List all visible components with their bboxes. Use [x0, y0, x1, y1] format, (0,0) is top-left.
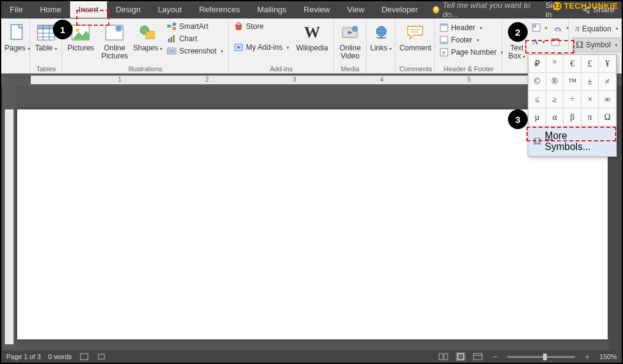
svg-rect-30 — [237, 46, 240, 49]
symbol-cell[interactable]: ≤ — [528, 90, 546, 108]
symbol-cell[interactable]: ≠ — [598, 73, 616, 90]
svg-rect-51 — [81, 354, 88, 360]
store-button[interactable]: Store — [232, 21, 290, 32]
shapes-label: Shapes — [133, 44, 163, 52]
status-words[interactable]: 0 words — [48, 353, 72, 360]
comment-button[interactable]: Comment — [399, 21, 431, 52]
my-addins-button[interactable]: My Add-ins — [232, 42, 290, 53]
tab-developer[interactable]: Developer — [373, 1, 426, 18]
web-layout-icon[interactable] — [473, 352, 483, 361]
footer-icon — [440, 36, 448, 44]
text-small-2[interactable] — [552, 22, 570, 33]
wikipedia-button[interactable]: W Wikipedia — [294, 21, 330, 52]
page-canvas[interactable] — [17, 109, 608, 339]
zoom-slider[interactable] — [507, 356, 575, 358]
group-media: Online Video Media — [334, 18, 367, 73]
symbol-cell[interactable]: ± — [581, 73, 599, 90]
tab-home[interactable]: Home — [31, 1, 70, 18]
wordart-icon: A — [532, 37, 538, 47]
links-label: Links — [370, 44, 392, 52]
print-layout-icon[interactable] — [456, 352, 466, 361]
pages-button[interactable]: Pages — [5, 21, 30, 52]
watermark-text: TECHJUNKIE — [564, 1, 618, 10]
symbol-cell[interactable]: ≥ — [546, 90, 564, 108]
date-time-button[interactable] — [550, 36, 561, 48]
svg-rect-25 — [170, 37, 172, 42]
group-comments: Comment Comments — [395, 18, 435, 73]
symbol-cell[interactable]: π — [581, 108, 599, 126]
chart-label: Chart — [179, 34, 197, 43]
svg-rect-19 — [167, 25, 170, 28]
omega-icon: Ω — [533, 136, 541, 147]
footer-button[interactable]: Footer — [438, 34, 504, 46]
symbol-cell[interactable]: ÷ — [563, 90, 581, 108]
online-video-button[interactable]: Online Video — [338, 21, 362, 60]
group-pages-label — [5, 71, 26, 73]
tab-insert[interactable]: Insert — [70, 1, 108, 18]
page-number-button[interactable]: # Page Number — [438, 47, 504, 58]
symbols-stack: π Equation Ω Symbol — [573, 21, 621, 52]
zoom-out-button[interactable]: − — [490, 352, 500, 361]
symbol-cell[interactable]: ¥ — [598, 55, 616, 73]
symbol-button[interactable]: Ω Symbol — [573, 38, 621, 52]
online-video-icon — [339, 22, 360, 43]
symbol-cell[interactable]: © — [528, 73, 546, 90]
group-links: Links — [367, 18, 395, 73]
links-button[interactable]: Links — [370, 21, 392, 52]
symbol-cell[interactable]: Ω — [598, 108, 616, 126]
svg-rect-20 — [173, 23, 176, 26]
wordart-button[interactable]: A — [531, 36, 546, 48]
tab-references[interactable]: References — [191, 1, 248, 18]
shapes-icon — [137, 22, 158, 43]
smartart-button[interactable]: SmartArt — [165, 21, 224, 32]
symbol-cell[interactable]: ™ — [563, 73, 581, 90]
symbol-cell[interactable]: € — [563, 55, 581, 73]
tab-mailings[interactable]: Mailings — [248, 1, 295, 18]
vertical-ruler[interactable] — [2, 86, 16, 350]
symbol-cell[interactable]: β — [563, 108, 581, 126]
read-mode-icon[interactable] — [438, 352, 448, 361]
online-pictures-label: Online Pictures — [101, 44, 128, 60]
tab-layout[interactable]: Layout — [149, 1, 191, 18]
macro-rec-icon[interactable] — [97, 352, 106, 361]
ruler-light — [31, 76, 605, 84]
store-label: Store — [246, 22, 264, 31]
tab-review[interactable]: Review — [295, 1, 339, 18]
screenshot-button[interactable]: Screenshot — [165, 46, 224, 57]
symbol-label: Symbol — [586, 41, 611, 49]
symbol-cell[interactable]: ₽ — [528, 55, 546, 73]
symbol-cell[interactable]: µ — [528, 108, 546, 126]
tab-design[interactable]: Design — [107, 1, 149, 18]
zoom-in-button[interactable]: + — [582, 352, 592, 361]
group-illustrations: Pictures Online Pictures Shapes — [62, 18, 229, 73]
group-comments-label: Comments — [399, 64, 431, 73]
tab-view[interactable]: View — [338, 1, 373, 18]
tell-me-box[interactable]: Tell me what you want to do... — [427, 1, 537, 18]
symbol-cell[interactable]: £ — [581, 55, 599, 73]
svg-rect-52 — [98, 354, 105, 359]
zoom-percent[interactable]: 150% — [600, 353, 617, 360]
page-number-icon: # — [440, 48, 448, 57]
symbol-cell[interactable]: ® — [546, 73, 564, 90]
more-symbols-button[interactable]: Ω More Symbols... — [528, 126, 616, 156]
watermark-icon: TJ — [553, 2, 561, 10]
links-icon — [371, 22, 392, 43]
header-button[interactable]: Header — [438, 22, 504, 33]
zoom-thumb[interactable] — [543, 354, 547, 360]
status-page[interactable]: Page 1 of 3 — [6, 353, 41, 360]
symbol-cell[interactable]: ° — [546, 55, 564, 73]
group-pages: Pages — [1, 18, 30, 73]
shapes-button[interactable]: Shapes — [133, 21, 162, 52]
symbol-cell[interactable]: × — [581, 90, 599, 108]
quick-parts-button[interactable] — [531, 22, 549, 33]
symbol-cell[interactable]: ∞ — [598, 90, 616, 108]
svg-point-32 — [352, 26, 358, 32]
symbol-cell[interactable]: α — [546, 108, 564, 126]
tab-file[interactable]: File — [1, 1, 31, 18]
online-pictures-button[interactable]: Online Pictures — [99, 21, 130, 60]
equation-button[interactable]: π Equation — [573, 22, 621, 35]
spell-check-icon[interactable] — [79, 352, 89, 361]
hf-stack: Header Footer # Page Number — [438, 21, 504, 58]
chart-button[interactable]: Chart — [165, 33, 224, 44]
my-addins-label: My Add-ins — [246, 43, 282, 52]
